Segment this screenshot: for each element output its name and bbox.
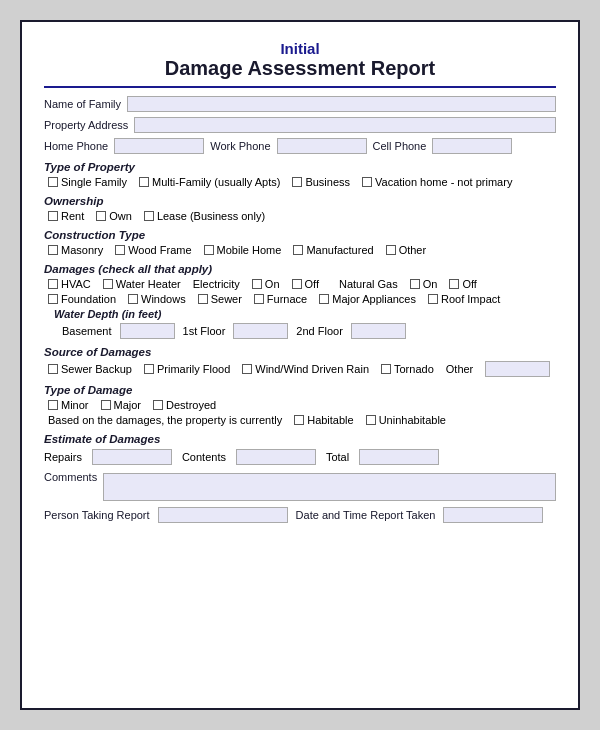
primarily-flood-option[interactable]: Primarily Flood (144, 363, 230, 375)
destroyed-option[interactable]: Destroyed (153, 399, 216, 411)
name-of-family-input[interactable] (127, 96, 556, 112)
major-option[interactable]: Major (101, 399, 142, 411)
other-construction-option[interactable]: Other (386, 244, 427, 256)
electricity-on-option[interactable]: On (252, 278, 280, 290)
minor-label: Minor (61, 399, 89, 411)
major-appliances-option[interactable]: Major Appliances (319, 293, 416, 305)
furnace-option[interactable]: Furnace (254, 293, 307, 305)
rent-checkbox[interactable] (48, 211, 58, 221)
source-other-input[interactable] (485, 361, 550, 377)
business-option[interactable]: Business (292, 176, 350, 188)
roof-impact-label: Roof Impact (441, 293, 500, 305)
property-address-input[interactable] (134, 117, 556, 133)
own-option[interactable]: Own (96, 210, 132, 222)
electricity-off-checkbox[interactable] (292, 279, 302, 289)
natural-gas-on-option[interactable]: On (410, 278, 438, 290)
basement-input[interactable] (120, 323, 175, 339)
multi-family-option[interactable]: Multi-Family (usually Apts) (139, 176, 280, 188)
sewer-option[interactable]: Sewer (198, 293, 242, 305)
second-floor-input[interactable] (351, 323, 406, 339)
sewer-label: Sewer (211, 293, 242, 305)
construction-type-title: Construction Type (44, 229, 556, 241)
water-depth-section: Water Depth (in feet) Basement 1st Floor… (44, 308, 556, 339)
minor-checkbox[interactable] (48, 400, 58, 410)
hvac-checkbox[interactable] (48, 279, 58, 289)
habitable-option[interactable]: Habitable (294, 414, 353, 426)
cell-phone-input[interactable] (432, 138, 512, 154)
rent-option[interactable]: Rent (48, 210, 84, 222)
manufactured-checkbox[interactable] (293, 245, 303, 255)
business-checkbox[interactable] (292, 177, 302, 187)
single-family-option[interactable]: Single Family (48, 176, 127, 188)
comments-input[interactable] (103, 473, 556, 501)
habitable-checkbox[interactable] (294, 415, 304, 425)
major-checkbox[interactable] (101, 400, 111, 410)
water-depth-row: Basement 1st Floor 2nd Floor (62, 323, 556, 339)
home-phone-label: Home Phone (44, 140, 108, 152)
destroyed-checkbox[interactable] (153, 400, 163, 410)
wood-frame-checkbox[interactable] (115, 245, 125, 255)
source-of-damages-title: Source of Damages (44, 346, 556, 358)
own-checkbox[interactable] (96, 211, 106, 221)
major-appliances-checkbox[interactable] (319, 294, 329, 304)
furnace-checkbox[interactable] (254, 294, 264, 304)
foundation-option[interactable]: Foundation (48, 293, 116, 305)
masonry-option[interactable]: Masonry (48, 244, 103, 256)
estimate-title: Estimate of Damages (44, 433, 556, 445)
lease-option[interactable]: Lease (Business only) (144, 210, 265, 222)
primarily-flood-checkbox[interactable] (144, 364, 154, 374)
total-input[interactable] (359, 449, 439, 465)
sewer-backup-option[interactable]: Sewer Backup (48, 363, 132, 375)
property-address-row: Property Address (44, 117, 556, 133)
foundation-checkbox[interactable] (48, 294, 58, 304)
roof-impact-option[interactable]: Roof Impact (428, 293, 500, 305)
natural-gas-on-checkbox[interactable] (410, 279, 420, 289)
tornado-option[interactable]: Tornado (381, 363, 434, 375)
wind-rain-checkbox[interactable] (242, 364, 252, 374)
natural-gas-off-option[interactable]: Off (449, 278, 476, 290)
electricity-off-label: Off (305, 278, 319, 290)
person-input[interactable] (158, 507, 288, 523)
water-heater-label: Water Heater (116, 278, 181, 290)
masonry-checkbox[interactable] (48, 245, 58, 255)
ownership-title: Ownership (44, 195, 556, 207)
windows-option[interactable]: Windows (128, 293, 186, 305)
water-heater-option[interactable]: Water Heater (103, 278, 181, 290)
manufactured-option[interactable]: Manufactured (293, 244, 373, 256)
header-divider (44, 86, 556, 88)
multi-family-checkbox[interactable] (139, 177, 149, 187)
water-depth-label: Water Depth (in feet) (54, 308, 161, 320)
wood-frame-option[interactable]: Wood Frame (115, 244, 191, 256)
vacation-home-option[interactable]: Vacation home - not primary (362, 176, 512, 188)
tornado-checkbox[interactable] (381, 364, 391, 374)
mobile-home-option[interactable]: Mobile Home (204, 244, 282, 256)
electricity-on-checkbox[interactable] (252, 279, 262, 289)
single-family-checkbox[interactable] (48, 177, 58, 187)
other-construction-checkbox[interactable] (386, 245, 396, 255)
windows-checkbox[interactable] (128, 294, 138, 304)
roof-impact-checkbox[interactable] (428, 294, 438, 304)
natural-gas-off-checkbox[interactable] (449, 279, 459, 289)
sewer-backup-checkbox[interactable] (48, 364, 58, 374)
construction-options: Masonry Wood Frame Mobile Home Manufactu… (44, 244, 556, 256)
electricity-off-option[interactable]: Off (292, 278, 319, 290)
vacation-home-checkbox[interactable] (362, 177, 372, 187)
water-heater-checkbox[interactable] (103, 279, 113, 289)
lease-checkbox[interactable] (144, 211, 154, 221)
mobile-home-checkbox[interactable] (204, 245, 214, 255)
uninhabitable-checkbox[interactable] (366, 415, 376, 425)
home-phone-input[interactable] (114, 138, 204, 154)
work-phone-input[interactable] (277, 138, 367, 154)
sewer-checkbox[interactable] (198, 294, 208, 304)
hvac-option[interactable]: HVAC (48, 278, 91, 290)
name-of-family-label: Name of Family (44, 98, 121, 110)
damage-assessment-form: Initial Damage Assessment Report Name of… (20, 20, 580, 710)
first-floor-input[interactable] (233, 323, 288, 339)
wind-rain-option[interactable]: Wind/Wind Driven Rain (242, 363, 369, 375)
repairs-input[interactable] (92, 449, 172, 465)
minor-option[interactable]: Minor (48, 399, 89, 411)
uninhabitable-option[interactable]: Uninhabitable (366, 414, 446, 426)
furnace-label: Furnace (267, 293, 307, 305)
date-input[interactable] (443, 507, 543, 523)
contents-input[interactable] (236, 449, 316, 465)
